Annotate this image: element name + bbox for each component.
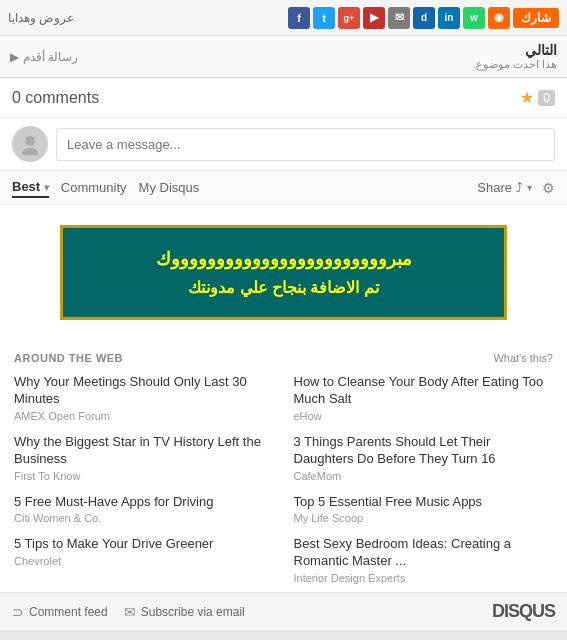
around-title: AROUND THE WEB bbox=[14, 352, 123, 364]
user-avatar bbox=[12, 126, 48, 162]
around-item-6-title: 5 Tips to Make Your Drive Greener bbox=[14, 536, 274, 553]
around-item-2[interactable]: Why the Biggest Star in TV History Left … bbox=[14, 434, 274, 482]
success-text-line1: مبرووووووووووووووووووووووووك bbox=[83, 248, 484, 270]
nav-prev-button[interactable]: رسالة أقدم ▶ bbox=[10, 50, 78, 64]
subscribe-email-link[interactable]: ✉ Subscribe via email bbox=[124, 604, 245, 620]
svg-point-0 bbox=[25, 136, 35, 146]
nav-prev-arrow: ▶ bbox=[10, 50, 19, 64]
youtube-icon[interactable]: ▶ bbox=[363, 7, 385, 29]
comments-header: 0 comments ★ 0 bbox=[0, 78, 567, 118]
facebook-icon[interactable]: f bbox=[288, 7, 310, 29]
tab-mydisqus-label: My Disqus bbox=[139, 180, 200, 195]
rss-footer-icon: ⊃ bbox=[12, 604, 24, 620]
star-count: 0 bbox=[538, 90, 555, 106]
comment-feed-link[interactable]: ⊃ Comment feed bbox=[12, 604, 108, 620]
around-item-6[interactable]: 5 Tips to Make Your Drive Greener Chevro… bbox=[14, 536, 274, 584]
linkedin-icon[interactable]: in bbox=[438, 7, 460, 29]
comments-count: 0 comments bbox=[12, 89, 99, 107]
top-bar: عروض وهدايا f t g+ ▶ ✉ d in w ◉ شارك bbox=[0, 0, 567, 36]
around-item-4-title: 5 Free Must-Have Apps for Driving bbox=[14, 494, 274, 511]
nav-next: التالي هذا احدث موضوع. bbox=[473, 42, 557, 71]
tab-best-label: Best bbox=[12, 179, 40, 194]
around-item-0-title: Why Your Meetings Should Only Last 30 Mi… bbox=[14, 374, 274, 408]
message-input[interactable] bbox=[56, 128, 555, 161]
tabs-left: Best ▾ Community My Disqus bbox=[12, 177, 199, 198]
around-item-5-title: Top 5 Essential Free Music Apps bbox=[294, 494, 554, 511]
nav-next-subtitle: هذا احدث موضوع. bbox=[473, 58, 557, 71]
success-text-line2: تم الاضافة بنجاح علي مدونتك bbox=[83, 278, 484, 297]
around-item-5-source: My Life Scoop bbox=[294, 512, 554, 524]
around-item-7[interactable]: Best Sexy Bedroom Ideas: Creating a Roma… bbox=[294, 536, 554, 584]
around-item-1[interactable]: How to Cleanse Your Body After Eating To… bbox=[294, 374, 554, 422]
offers-label: عروض وهدايا bbox=[8, 11, 74, 25]
around-grid: Why Your Meetings Should Only Last 30 Mi… bbox=[14, 374, 553, 584]
around-item-0-source: AMEX Open Forum bbox=[14, 410, 274, 422]
share-tab-button[interactable]: Share ⤴ ▾ bbox=[477, 180, 532, 195]
around-item-5[interactable]: Top 5 Essential Free Music Apps My Life … bbox=[294, 494, 554, 525]
tab-best-arrow: ▾ bbox=[44, 182, 49, 193]
whats-this-link[interactable]: What's this? bbox=[493, 352, 553, 364]
tab-community[interactable]: Community bbox=[61, 178, 127, 197]
twitter-icon[interactable]: t bbox=[313, 7, 335, 29]
googleplus-icon[interactable]: g+ bbox=[338, 7, 360, 29]
svg-point-1 bbox=[22, 148, 38, 155]
around-item-3[interactable]: 3 Things Parents Should Let Their Daught… bbox=[294, 434, 554, 482]
subscribe-label: Subscribe via email bbox=[141, 605, 245, 619]
around-item-3-source: CafeMom bbox=[294, 470, 554, 482]
around-item-7-title: Best Sexy Bedroom Ideas: Creating a Roma… bbox=[294, 536, 554, 570]
tab-community-label: Community bbox=[61, 180, 127, 195]
around-header: AROUND THE WEB What's this? bbox=[14, 352, 553, 364]
around-item-1-source: eHow bbox=[294, 410, 554, 422]
nav-prev-label: رسالة أقدم bbox=[23, 50, 78, 64]
around-item-4[interactable]: 5 Free Must-Have Apps for Driving Citi W… bbox=[14, 494, 274, 525]
around-item-2-title: Why the Biggest Star in TV History Left … bbox=[14, 434, 274, 468]
email-icon[interactable]: ✉ bbox=[388, 7, 410, 29]
around-item-1-title: How to Cleanse Your Body After Eating To… bbox=[294, 374, 554, 408]
star-icon: ★ bbox=[520, 88, 534, 107]
social-bar: f t g+ ▶ ✉ d in w ◉ شارك bbox=[288, 7, 559, 29]
footer: ⊃ Comment feed ✉ Subscribe via email DIS… bbox=[0, 592, 567, 630]
rss-icon[interactable]: ◉ bbox=[488, 7, 510, 29]
around-item-7-source: Interior Design Experts bbox=[294, 572, 554, 584]
nav-next-title[interactable]: التالي bbox=[473, 42, 557, 58]
navigation-bar: التالي هذا احدث موضوع. رسالة أقدم ▶ bbox=[0, 36, 567, 78]
around-item-4-source: Citi Women & Co. bbox=[14, 512, 274, 524]
around-item-3-title: 3 Things Parents Should Let Their Daught… bbox=[294, 434, 554, 468]
share-tab-icon: ⤴ bbox=[516, 180, 523, 195]
disqus-logo: DISQUS bbox=[492, 601, 555, 622]
tab-mydisqus[interactable]: My Disqus bbox=[139, 178, 200, 197]
gear-icon[interactable]: ⚙ bbox=[542, 180, 555, 196]
tab-best[interactable]: Best ▾ bbox=[12, 177, 49, 198]
tabs-row: Best ▾ Community My Disqus Share ⤴ ▾ ⚙ bbox=[0, 171, 567, 205]
share-tab-arrow: ▾ bbox=[527, 182, 532, 193]
star-badge: ★ 0 bbox=[520, 88, 555, 107]
around-item-0[interactable]: Why Your Meetings Should Only Last 30 Mi… bbox=[14, 374, 274, 422]
success-banner: مبرووووووووووووووووووووووووك تم الاضافة … bbox=[60, 225, 507, 320]
tabs-right: Share ⤴ ▾ ⚙ bbox=[477, 180, 555, 196]
comment-feed-label: Comment feed bbox=[29, 605, 108, 619]
message-row bbox=[0, 118, 567, 171]
disqus-logo-text: DISQUS bbox=[492, 601, 555, 621]
main-content: 0 comments ★ 0 Best ▾ Community My Dis bbox=[0, 78, 567, 592]
share-button[interactable]: شارك bbox=[513, 8, 559, 28]
share-tab-label: Share bbox=[477, 180, 512, 195]
whatsapp-icon[interactable]: w bbox=[463, 7, 485, 29]
around-item-6-source: Chevrolet bbox=[14, 555, 274, 567]
around-section: AROUND THE WEB What's this? Why Your Mee… bbox=[0, 340, 567, 592]
footer-left: ⊃ Comment feed ✉ Subscribe via email bbox=[12, 604, 245, 620]
around-item-2-source: First To Know bbox=[14, 470, 274, 482]
delicious-icon[interactable]: d bbox=[413, 7, 435, 29]
email-footer-icon: ✉ bbox=[124, 604, 136, 620]
